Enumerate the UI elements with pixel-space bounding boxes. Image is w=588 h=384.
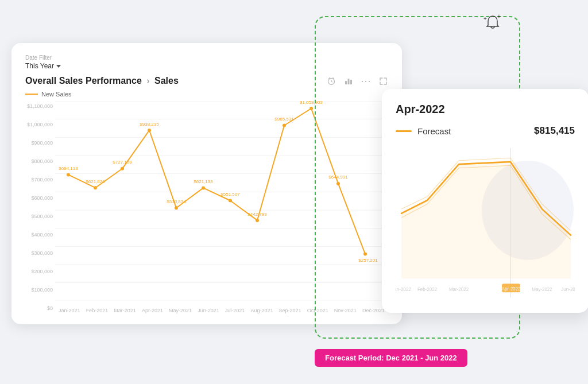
y-label-0: $0 <box>25 305 55 311</box>
y-label-100: $100,000 <box>25 287 55 293</box>
forecast-date: Apr-2022 <box>396 103 575 116</box>
date-filter-select[interactable]: This Year <box>25 62 388 70</box>
svg-text:$1,058,903: $1,058,903 <box>300 101 323 105</box>
chart-area: $1,100,000 $1,000,000 $900,000 $800,000 … <box>25 101 388 313</box>
y-label-800: $800,000 <box>25 158 55 164</box>
svg-text:$257,201: $257,201 <box>358 258 378 263</box>
x-label-nov21: Nov-2021 <box>334 308 357 313</box>
more-icon[interactable]: ⋯ <box>361 76 371 86</box>
svg-text:Jun-2022: Jun-2022 <box>561 286 575 292</box>
svg-text:$965,531: $965,531 <box>274 117 294 122</box>
date-filter-value-text: This Year <box>25 62 54 70</box>
chart-title-main: Overall Sales Performance <box>25 76 142 86</box>
x-label-feb21: Feb-2021 <box>86 308 109 313</box>
svg-point-21 <box>148 129 151 132</box>
forecast-banner: Forecast Period: Dec 2021 - Jun 2022 <box>315 349 467 367</box>
breadcrumb-current: Sales <box>154 76 179 86</box>
svg-text:$644,991: $644,991 <box>328 174 348 180</box>
forecast-mini-chart-svg: Apr-2022 Jan-2022 Feb-2022 Mar-2022 May-… <box>396 148 575 297</box>
x-label-sep21: Sep-2021 <box>279 308 301 313</box>
breadcrumb-separator: › <box>146 76 149 86</box>
expand-icon[interactable] <box>378 76 388 86</box>
bell-icon-area: + + <box>482 13 503 36</box>
svg-point-18 <box>67 173 70 176</box>
forecast-card: Apr-2022 Forecast $815,415 Apr-2022 Jan-… <box>382 89 588 313</box>
x-label-jul21: Jul-2021 <box>225 308 245 313</box>
x-axis-labels: Jan-2021 Feb-2021 Mar-2021 Apr-2021 May-… <box>55 308 388 313</box>
forecast-mini-chart: Apr-2022 Jan-2022 Feb-2022 Mar-2022 May-… <box>396 148 575 297</box>
y-label-1100: $1,100,000 <box>25 103 55 109</box>
y-axis-labels: $1,100,000 $1,000,000 $900,000 $800,000 … <box>25 101 55 313</box>
svg-text:$938,235: $938,235 <box>140 122 159 127</box>
chart-legend: New Sales <box>25 91 388 98</box>
y-label-300: $300,000 <box>25 250 55 256</box>
card-icon-group: ⋯ <box>326 76 388 86</box>
svg-text:Mar-2022: Mar-2022 <box>449 286 469 292</box>
svg-text:Apr-2022: Apr-2022 <box>502 286 521 292</box>
legend-label: New Sales <box>41 91 72 98</box>
svg-rect-5 <box>350 80 352 84</box>
y-label-900: $900,000 <box>25 140 55 146</box>
svg-rect-3 <box>345 81 347 84</box>
svg-rect-4 <box>348 79 350 84</box>
y-label-600: $600,000 <box>25 195 55 201</box>
forecast-banner-text: Forecast Period: Dec 2021 - Jun 2022 <box>325 354 457 362</box>
y-label-700: $700,000 <box>25 177 55 183</box>
x-label-jun21: Jun-2021 <box>198 308 219 313</box>
svg-point-24 <box>229 199 232 203</box>
y-label-400: $400,000 <box>25 232 55 238</box>
svg-point-20 <box>121 167 124 170</box>
forecast-legend-line-icon <box>396 130 412 132</box>
y-label-1000: $1,000,000 <box>25 122 55 127</box>
forecast-legend-row: Forecast $815,415 <box>396 125 575 137</box>
chart-svg-area: $694,113 $621,620 $727,169 $938,235 $510… <box>55 101 388 301</box>
main-chart-card: Date Filter This Year Overall Sales Perf… <box>11 43 402 324</box>
y-label-500: $500,000 <box>25 214 55 219</box>
svg-text:$551,507: $551,507 <box>220 192 240 197</box>
svg-point-28 <box>336 182 340 185</box>
chevron-down-icon <box>56 65 61 68</box>
svg-text:+: + <box>497 13 501 20</box>
svg-point-23 <box>202 186 205 189</box>
svg-point-19 <box>94 186 97 189</box>
chart-svg: $694,113 $621,620 $727,169 $938,235 $510… <box>55 101 388 301</box>
date-filter-container: Date Filter This Year <box>25 55 388 70</box>
bar-chart-icon[interactable] <box>343 76 354 86</box>
x-label-may21: May-2021 <box>169 308 192 313</box>
forecast-label: Forecast <box>417 126 528 136</box>
svg-point-29 <box>363 253 367 256</box>
svg-text:$621,138: $621,138 <box>194 179 213 184</box>
x-label-aug21: Aug-2021 <box>250 308 273 313</box>
x-label-jan21: Jan-2021 <box>59 308 80 313</box>
alarm-icon[interactable] <box>326 76 336 86</box>
x-label-mar21: Mar-2021 <box>114 308 136 313</box>
x-label-dec21: Dec-2021 <box>362 308 385 313</box>
svg-text:$621,620: $621,620 <box>86 179 105 184</box>
svg-text:$442,789: $442,789 <box>247 212 267 217</box>
svg-text:May-2022: May-2022 <box>532 286 552 292</box>
card-title: Overall Sales Performance › Sales <box>25 76 179 86</box>
svg-point-22 <box>175 206 178 210</box>
svg-text:+: + <box>483 15 487 22</box>
x-label-oct21: Oct-2021 <box>307 308 328 313</box>
svg-text:$694,113: $694,113 <box>59 166 78 171</box>
svg-point-25 <box>256 219 259 222</box>
svg-point-27 <box>310 107 313 110</box>
date-filter-label: Date Filter <box>25 55 388 61</box>
svg-text:$510,834: $510,834 <box>167 199 186 204</box>
svg-point-26 <box>283 124 286 127</box>
bell-icon: + + <box>482 13 503 33</box>
svg-text:Feb-2022: Feb-2022 <box>417 286 438 292</box>
x-label-apr21: Apr-2021 <box>142 308 163 313</box>
y-label-200: $200,000 <box>25 269 55 274</box>
legend-line-icon <box>25 94 38 95</box>
card-header: Overall Sales Performance › Sales ⋯ <box>25 76 388 86</box>
forecast-value: $815,415 <box>534 125 575 137</box>
svg-text:Jan-2022: Jan-2022 <box>396 286 411 292</box>
svg-text:$727,169: $727,169 <box>113 160 132 165</box>
